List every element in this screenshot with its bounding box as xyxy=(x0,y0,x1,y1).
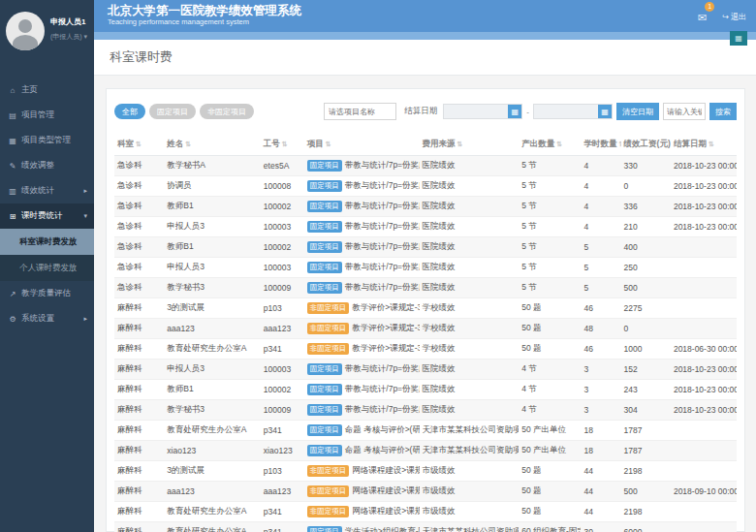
project-text: 带教与统计/7p=份奖励绩效 xyxy=(345,160,420,170)
project-type-tag: 固定项目 xyxy=(307,424,342,436)
column-header-7[interactable]: 绩效工资(元)⇅ xyxy=(621,134,671,156)
project-type-tag: 固定项目 xyxy=(307,201,342,212)
sort-icon[interactable]: ⇅ xyxy=(457,141,463,147)
cell-id: etes5A xyxy=(261,156,304,176)
cell-salary: 243 xyxy=(621,380,671,400)
sort-icon[interactable]: ⇅ xyxy=(136,141,142,147)
sidebar-item-7[interactable]: ⚙系统设置▸ xyxy=(0,306,94,331)
user-role-dropdown[interactable]: (申报人员) ▾ xyxy=(50,32,87,42)
project-text: 带教与统计/7p=份奖励绩效 xyxy=(345,363,420,373)
sidebar-item-0[interactable]: ⌂主页 xyxy=(0,78,94,103)
cell-project: 非固定项目教学评价>课规定-3 本科-3 无接受人 xyxy=(304,298,420,319)
cell-project: 固定项目带教与统计/7p=份奖励绩效 xyxy=(304,400,420,421)
cell-date: 2018-10-23 00:00:00 xyxy=(671,156,737,176)
keyword-search-input[interactable] xyxy=(663,103,706,120)
search-button[interactable]: 搜索 xyxy=(709,103,737,120)
cell-dept: 麻醉科 xyxy=(114,482,164,502)
cell-source: 天津市某某科技公司资助项目 xyxy=(420,441,520,461)
cell-date xyxy=(671,319,737,339)
project-type-tag: 固定项目 xyxy=(307,526,342,532)
column-header-1[interactable]: 姓名⇅ xyxy=(164,134,261,156)
column-header-4[interactable]: 费用来源⇅ xyxy=(420,134,520,156)
sort-icon[interactable]: ⇅ xyxy=(326,141,331,147)
sidebar-subitem-1[interactable]: 个人课时费发放 xyxy=(0,255,94,281)
filter-fixed-button[interactable]: 固定项目 xyxy=(149,104,196,119)
cell-name: 申报人员3 xyxy=(164,360,261,380)
cell-hours: 5 xyxy=(581,237,620,258)
clear-date-button[interactable]: 清空日期 xyxy=(616,103,659,120)
cell-hours: 3 xyxy=(581,400,620,421)
cell-hours: 44 xyxy=(581,482,620,502)
logout-button[interactable]: ↪ 退出 xyxy=(722,12,746,22)
table-row: 麻醉科3的测试展p103非固定项目网络课程建设>课规定-3 本科-3 学员市级绩… xyxy=(114,461,737,482)
grid-icon: ▦ xyxy=(7,137,18,145)
sort-icon[interactable]: ⇅ xyxy=(556,141,562,147)
cell-name: 教学秘书3 xyxy=(164,400,261,421)
cell-project: 固定项目带教与统计/7p=份奖励绩效 xyxy=(304,380,420,400)
column-header-6[interactable]: 学时数量⇅ xyxy=(581,134,620,156)
cell-id: 100009 xyxy=(261,400,304,421)
calendar-icon[interactable]: ▦ xyxy=(508,105,521,118)
cell-dept: 急诊科 xyxy=(114,176,164,197)
column-header-5[interactable]: 产出数量⇅ xyxy=(519,134,581,156)
table-row: 麻醉科xiao123xiao123固定项目命题 考核与评价>(研究生-固定-教师… xyxy=(114,441,737,461)
filter-nonfixed-button[interactable]: 非固定项目 xyxy=(200,104,254,119)
home-icon: ⌂ xyxy=(7,86,18,95)
calendar-icon[interactable]: ▦ xyxy=(598,105,612,118)
sidebar-subitem-0[interactable]: 科室课时费发放 xyxy=(0,229,94,255)
date-start-input[interactable]: ▦ xyxy=(443,104,522,119)
filter-all-button[interactable]: 全部 xyxy=(114,104,145,119)
cell-date: 2018-10-23 00:00:00 xyxy=(671,400,737,421)
cell-date: 2018-09-10 00:00:00 xyxy=(671,482,737,502)
project-text: 带教与统计/7p=份奖励绩效 xyxy=(345,221,420,231)
cell-output: 5 节 xyxy=(519,156,581,176)
sidebar-item-4[interactable]: ▥绩效统计▸ xyxy=(0,178,94,203)
cell-hours: 5 xyxy=(581,258,620,278)
project-type-tag: 非固定项目 xyxy=(307,465,350,477)
cell-project: 固定项目带教与统计/7p=份奖励绩效 xyxy=(304,217,420,237)
column-header-2[interactable]: 工号⇅ xyxy=(261,134,304,156)
date-end-input[interactable]: ▦ xyxy=(533,104,613,119)
column-header-8[interactable]: 结算日期⇅ xyxy=(671,134,737,156)
cell-date xyxy=(671,237,737,258)
cell-name: 教育处研究生办公室A xyxy=(164,502,261,522)
filter-toolbar: 全部 固定项目 非固定项目 结算日期 ▦ - ▦ xyxy=(114,103,737,120)
project-text: 网络课程建设>课规定-3 本科-3 学员 xyxy=(352,465,419,475)
sidebar-item-6[interactable]: ↗教学质量评估 xyxy=(0,281,94,306)
cell-output: 50 题 xyxy=(519,482,581,502)
cell-salary: 500 xyxy=(621,482,671,502)
cell-output: 60 组织教育-固定-学员 xyxy=(519,522,581,532)
sort-icon[interactable]: ⇅ xyxy=(282,141,288,147)
sidebar-item-1[interactable]: ▤项目管理 xyxy=(0,103,94,128)
column-header-3[interactable]: 项目⇅ xyxy=(304,134,420,156)
chevron-icon: ▾ xyxy=(83,212,87,220)
sort-icon[interactable]: ⇅ xyxy=(618,141,620,147)
sort-icon[interactable]: ⇅ xyxy=(185,141,191,147)
project-text: 带教与统计/7p=份奖励绩效 xyxy=(345,262,420,271)
column-header-0[interactable]: 科室⇅ xyxy=(114,134,164,156)
cell-name: 教育处研究生办公室A xyxy=(164,522,261,532)
cell-date: 2018-10-23 00:00:00 xyxy=(671,217,737,237)
cell-id: 100003 xyxy=(261,217,304,237)
sidebar-item-2[interactable]: ▦项目类型管理 xyxy=(0,128,94,153)
project-text: 网络课程建设>课规定-3 本科-3 学员 xyxy=(352,485,419,495)
cell-id: p103 xyxy=(261,298,304,319)
project-type-tag: 固定项目 xyxy=(307,221,342,233)
user-profile[interactable]: 申报人员1 (申报人员) ▾ xyxy=(0,0,94,78)
cell-source: 医院绩效 xyxy=(420,258,520,278)
cell-date: 2018-06-30 00:00:00 xyxy=(671,339,737,360)
cell-salary: 500 xyxy=(621,278,671,298)
cell-date xyxy=(671,502,737,522)
sidebar-item-3[interactable]: ✎绩效调整 xyxy=(0,153,94,178)
sidebar-item-5[interactable]: ⊞课时费统计▾ xyxy=(0,203,94,229)
project-name-input[interactable] xyxy=(324,103,396,120)
cell-dept: 麻醉科 xyxy=(114,421,164,441)
table-row: 急诊科教师B1100002固定项目带教与统计/7p=份奖励绩效医院绩效5 节54… xyxy=(114,237,737,258)
cell-salary: 2198 xyxy=(621,461,671,482)
cell-hours: 4 xyxy=(581,156,620,176)
sidebar-item-label: 系统设置 xyxy=(21,313,54,325)
cell-dept: 麻醉科 xyxy=(114,319,164,339)
sort-icon[interactable]: ⇅ xyxy=(709,141,714,147)
messages-button[interactable]: ✉ 1 xyxy=(698,8,707,25)
panel-toggle-button[interactable]: ▦ xyxy=(730,31,747,46)
